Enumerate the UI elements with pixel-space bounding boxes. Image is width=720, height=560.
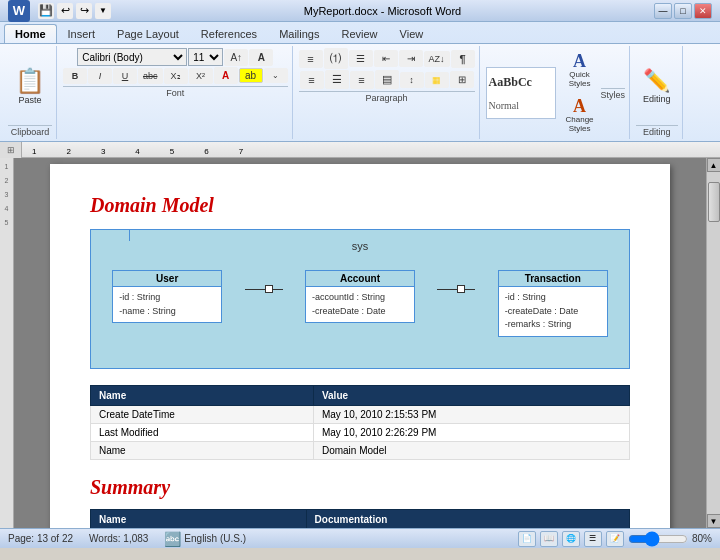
strikethrough-btn[interactable]: abc (138, 68, 163, 84)
font-color-btn[interactable]: A (214, 67, 238, 84)
language-label: English (U.S.) (184, 533, 246, 544)
word-count: Words: 1,083 (89, 533, 148, 544)
underline-btn[interactable]: U (113, 68, 137, 84)
uml-class-account-header: Account (306, 271, 414, 287)
scroll-up-btn[interactable]: ▲ (707, 158, 721, 172)
multilevel-btn[interactable]: ☰ (349, 50, 373, 67)
styles-label: Styles (601, 88, 626, 100)
table-row: Name Domain Model (91, 442, 630, 460)
uml-attr: -id : String (505, 291, 601, 305)
shading-btn[interactable]: ▦ (425, 72, 449, 88)
justify-btn[interactable]: ▤ (375, 70, 399, 89)
superscript-btn[interactable]: X² (189, 68, 213, 84)
font-label: Font (63, 86, 288, 98)
subscript-btn[interactable]: X₂ (164, 68, 188, 84)
editing-group: ✏️ Editing Editing (632, 46, 683, 139)
minimize-btn[interactable]: — (654, 3, 672, 19)
document-page: Domain Model sys User -id : String -name… (50, 164, 670, 528)
numbering-btn[interactable]: ⑴ (324, 48, 348, 69)
summary-table-header-name: Name (91, 510, 307, 529)
styles-group: AaBbCc Normal A QuickStyles A ChangeStyl… (482, 46, 631, 139)
tab-view[interactable]: View (389, 24, 435, 43)
redo-btn[interactable]: ↪ (76, 3, 92, 19)
document-scroll-area[interactable]: Domain Model sys User -id : String -name… (14, 158, 706, 528)
scroll-thumb (708, 182, 720, 222)
change-styles-btn[interactable]: A ChangeStyles (559, 93, 601, 137)
quick-styles-icon: A (573, 52, 586, 70)
show-hide-btn[interactable]: ¶ (451, 50, 475, 68)
tab-home[interactable]: Home (4, 24, 57, 43)
change-styles-label: ChangeStyles (566, 115, 594, 133)
bullets-btn[interactable]: ≡ (299, 50, 323, 68)
undo-btn[interactable]: ↩ (57, 3, 73, 19)
decrease-indent-btn[interactable]: ⇤ (374, 50, 398, 67)
align-center-btn[interactable]: ☰ (325, 70, 349, 89)
web-layout-btn[interactable]: 🌐 (562, 531, 580, 547)
paragraph-group: ≡ ⑴ ☰ ⇤ ⇥ AZ↓ ¶ ≡ ☰ ≡ ▤ ↕ ▦ ⊞ Paragraph (295, 46, 480, 139)
print-layout-btn[interactable]: 📄 (518, 531, 536, 547)
italic-btn[interactable]: I (88, 68, 112, 84)
tab-review[interactable]: Review (330, 24, 388, 43)
document-area: 12345 Domain Model sys User -id : String (0, 158, 720, 528)
align-right-btn[interactable]: ≡ (350, 71, 374, 89)
ribbon-tab-bar: Home Insert Page Layout References Maili… (0, 22, 720, 44)
sort-btn[interactable]: AZ↓ (424, 51, 450, 67)
scroll-down-btn[interactable]: ▼ (707, 514, 721, 528)
full-reading-btn[interactable]: 📖 (540, 531, 558, 547)
editing-btn[interactable]: ✏️ Editing (636, 48, 678, 123)
summary-table-header-doc: Documentation (306, 510, 629, 529)
quick-styles-btn[interactable]: A QuickStyles (559, 48, 601, 92)
domain-model-title: Domain Model (90, 194, 630, 217)
clear-format-btn[interactable]: A↑ (224, 49, 248, 66)
window-title: MyReport.docx - Microsoft Word (111, 5, 654, 17)
clipboard-group: 📋 Paste Clipboard (4, 46, 57, 139)
uml-class-transaction-body: -id : String -createDate : Date -remarks… (499, 287, 607, 336)
font-dialog-btn[interactable]: ⌄ (264, 68, 288, 83)
font-size-select[interactable]: 11 (188, 48, 223, 66)
language-indicator: 🔤 English (U.S.) (164, 531, 246, 547)
scroll-track[interactable] (707, 172, 721, 514)
borders-btn[interactable]: ⊞ (450, 71, 474, 88)
draft-btn[interactable]: 📝 (606, 531, 624, 547)
uml-class-transaction: Transaction -id : String -createDate : D… (498, 270, 608, 337)
horizontal-ruler: 1 2 3 4 5 6 7 (22, 142, 720, 157)
close-btn[interactable]: ✕ (694, 3, 712, 19)
line-spacing-btn[interactable]: ↕ (400, 72, 424, 88)
tab-page-layout[interactable]: Page Layout (106, 24, 190, 43)
highlight-btn[interactable]: ab (239, 68, 263, 83)
save-btn[interactable]: 💾 (38, 3, 54, 19)
increase-indent-btn[interactable]: ⇥ (399, 50, 423, 67)
outline-btn[interactable]: ☰ (584, 531, 602, 547)
tab-mailings[interactable]: Mailings (268, 24, 330, 43)
font-family-select[interactable]: Calibri (Body) (77, 48, 187, 66)
tab-insert[interactable]: Insert (57, 24, 107, 43)
table-cell-value: Domain Model (313, 442, 629, 460)
zoom-slider[interactable] (628, 533, 688, 545)
paste-button[interactable]: 📋 Paste (8, 48, 52, 123)
font-row2: B I U abc X₂ X² A ab ⌄ (63, 67, 288, 84)
uml-diagram-container: sys User -id : String -name : String (90, 229, 630, 369)
paste-label: Paste (18, 95, 41, 105)
font-group: Calibri (Body) 11 A↑ A B I U abc X₂ X² A… (59, 46, 293, 139)
uml-attr: -remarks : String (505, 318, 601, 332)
editing-label: Editing (643, 94, 671, 104)
vertical-ruler: 12345 (0, 158, 14, 528)
tab-references[interactable]: References (190, 24, 268, 43)
uml-classes: User -id : String -name : String (101, 260, 619, 347)
meta-table: Name Value Create DateTime May 10, 2010 … (90, 385, 630, 460)
decrease-font-btn[interactable]: A (249, 49, 273, 66)
bold-btn[interactable]: B (63, 68, 87, 84)
zoom-level: 80% (692, 533, 712, 544)
ribbon: Home Insert Page Layout References Maili… (0, 22, 720, 142)
more-btn[interactable]: ▼ (95, 3, 111, 19)
clipboard-label: Clipboard (8, 125, 52, 137)
summary-title: Summary (90, 476, 630, 499)
uml-tab (90, 229, 130, 241)
style-gallery[interactable]: AaBbCc Normal (486, 67, 556, 119)
align-left-btn[interactable]: ≡ (300, 71, 324, 89)
uml-class-transaction-header: Transaction (499, 271, 607, 287)
summary-table: Name Documentation (90, 509, 630, 528)
maximize-btn[interactable]: □ (674, 3, 692, 19)
uml-class-user-header: User (113, 271, 221, 287)
meta-table-header-name: Name (91, 386, 314, 406)
